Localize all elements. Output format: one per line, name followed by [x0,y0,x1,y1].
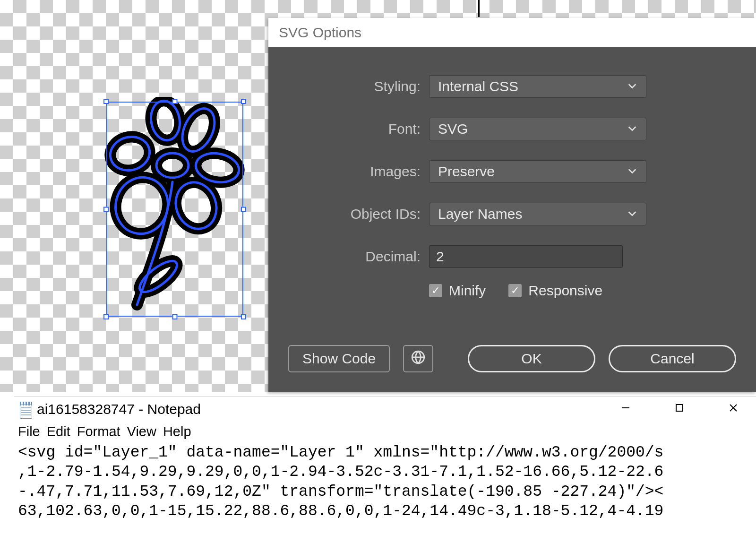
globe-icon [410,349,426,369]
selected-artwork[interactable] [106,102,243,317]
svg-options-dialog: SVG Options Styling: Internal CSS Font: … [268,18,756,392]
images-label: Images: [268,164,429,180]
menu-edit[interactable]: Edit [47,424,70,440]
resize-handle-top-mid[interactable] [172,99,178,104]
close-button[interactable] [728,403,739,415]
resize-handle-bottom-left[interactable] [103,314,109,319]
decimal-label: Decimal: [268,249,429,265]
notepad-menubar: File Edit Format View Help [14,422,756,441]
object-ids-label: Object IDs: [268,206,429,222]
responsive-label: Responsive [528,283,602,299]
font-dropdown[interactable]: SVG [429,118,646,140]
responsive-checkbox[interactable]: ✓ Responsive [508,283,602,299]
svg-rect-18 [676,405,683,411]
font-value: SVG [438,121,468,137]
styling-label: Styling: [268,78,429,95]
resize-handle-bottom-right[interactable] [241,314,246,319]
dialog-body: Styling: Internal CSS Font: SVG Images: … [268,47,756,345]
show-code-button[interactable]: Show Code [288,345,390,372]
menu-help[interactable]: Help [163,424,191,440]
minify-label: Minify [449,283,486,299]
menu-file[interactable]: File [18,424,40,440]
chevron-down-icon [627,78,637,95]
font-label: Font: [268,121,429,137]
notepad-text-area[interactable]: <svg id="Layer_1" data-name="Layer 1" xm… [14,441,756,523]
dialog-title: SVG Options [279,25,361,41]
menu-view[interactable]: View [127,424,156,440]
resize-handle-bottom-mid[interactable] [172,314,178,319]
ok-button[interactable]: OK [468,345,595,372]
minimize-button[interactable] [620,403,631,415]
guide-line [478,0,480,17]
code-line-4: 63,102.63,0,0,1-15,15.22,88.6,88.6,0,0,1… [18,502,663,520]
minify-checkbox[interactable]: ✓ Minify [429,283,486,299]
selection-bounding-box [106,102,243,317]
images-value: Preserve [438,164,495,180]
notepad-title: ai16158328747 - Notepad [37,401,201,417]
notepad-titlebar[interactable]: ai16158328747 - Notepad [14,396,756,422]
images-dropdown[interactable]: Preserve [429,160,646,183]
maximize-button[interactable] [674,403,685,415]
dialog-footer: Show Code OK Cancel [268,345,756,392]
styling-value: Internal CSS [438,78,518,95]
decimal-input[interactable] [429,245,623,268]
resize-handle-mid-left[interactable] [103,207,109,212]
web-preview-button[interactable] [403,345,433,372]
resize-handle-mid-right[interactable] [241,207,246,212]
resize-handle-top-left[interactable] [103,99,109,104]
styling-dropdown[interactable]: Internal CSS [429,75,646,98]
chevron-down-icon [627,121,637,137]
object-ids-value: Layer Names [438,206,522,222]
checkbox-checked-icon: ✓ [429,284,442,297]
object-ids-dropdown[interactable]: Layer Names [429,203,646,225]
chevron-down-icon [627,206,637,222]
resize-handle-top-right[interactable] [241,99,246,104]
notepad-window: ai16158328747 - Notepad File Edit Format… [14,396,756,543]
checkbox-checked-icon: ✓ [508,284,522,297]
chevron-down-icon [627,164,637,180]
notepad-icon [18,400,34,419]
code-line-3: -.47,7.71,11.53,7.69,12,0Z" transform="t… [18,483,663,500]
cancel-button[interactable]: Cancel [609,345,736,372]
menu-format[interactable]: Format [77,424,120,440]
code-line-1: <svg id="Layer_1" data-name="Layer 1" xm… [18,444,663,461]
dialog-titlebar[interactable]: SVG Options [268,18,756,47]
code-line-2: ,1-2.79-1.54,9.29,9.29,0,0,1-2.94-3.52c-… [18,463,663,481]
